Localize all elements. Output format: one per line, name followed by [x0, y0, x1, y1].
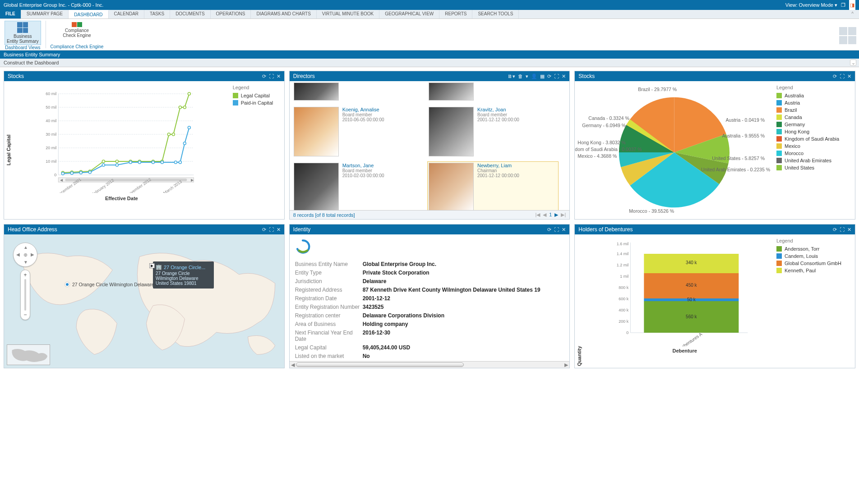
zoom-in-icon[interactable]: + [23, 272, 27, 278]
identity-row: Entity TypePrivate Stock Corporation [295, 270, 564, 276]
view-mode-dropdown[interactable]: View: Overview Mode ▾ [785, 0, 837, 10]
close-icon[interactable]: ✕ [562, 73, 566, 79]
director-card[interactable] [292, 81, 424, 102]
pager-prev-icon[interactable]: ◀ [543, 212, 546, 218]
delete-icon[interactable]: 🗑 [518, 73, 523, 79]
director-card[interactable]: Koenig, Annalise Board member 2010-06-05… [292, 105, 424, 158]
director-card[interactable]: Kravitz, Joan Board member 2001-12-12 00… [427, 105, 559, 158]
list-icon[interactable]: ▦ [540, 73, 545, 79]
pager-first-icon[interactable]: |◀ [535, 212, 540, 218]
svg-point-36 [129, 161, 132, 164]
detach-icon[interactable]: ⛶ [554, 227, 559, 233]
minimap[interactable] [7, 344, 50, 365]
close-icon[interactable]: ✕ [847, 227, 851, 233]
legend-item-label: Canada [785, 115, 802, 120]
director-card[interactable]: Newberry, Liam Chairman 2001-12-12 00:00… [427, 161, 559, 210]
map-popup[interactable]: ▶ 🏢27 Orange Circle... 27 Orange Circle … [153, 261, 214, 289]
horizontal-scrollbar[interactable]: ◀ ▶ [290, 361, 570, 368]
popup-expand-icon[interactable]: ▶ [149, 263, 155, 268]
legend-title: Legend [233, 85, 282, 90]
add-icon[interactable]: 🗎▾ [508, 73, 515, 79]
refresh-icon[interactable]: ⟳ [547, 227, 551, 233]
pager-last-icon[interactable]: ▶| [561, 212, 566, 218]
pan-up-icon[interactable]: ▲ [23, 245, 28, 250]
close-icon[interactable]: ✕ [277, 73, 281, 79]
compliance-check-engine-button[interactable]: Compliance Check Engine [60, 21, 93, 39]
pan-home-icon[interactable]: ⊕ [23, 252, 28, 258]
pager-next-icon[interactable]: ▶ [554, 212, 558, 218]
svg-point-29 [188, 92, 190, 95]
svg-point-33 [88, 171, 91, 174]
close-icon[interactable]: ✕ [562, 227, 566, 233]
svg-text:50 mil: 50 mil [46, 105, 56, 110]
tab-calendar[interactable]: CALENDAR [109, 10, 144, 18]
tab-tasks[interactable]: TASKS [144, 10, 170, 18]
world-map[interactable]: ▲ ▼ ◀ ▶ ⊕ + − 27 Orange Circle Wilmingto… [4, 234, 284, 368]
x-axis-label: Effective Date [15, 194, 228, 203]
pan-down-icon[interactable]: ▼ [23, 260, 28, 265]
tab-dashboard[interactable]: DASHBOARD [69, 10, 108, 18]
director-name: Newberry, Liam [477, 163, 519, 168]
svg-text:1 mil: 1 mil [620, 274, 629, 279]
tab-geographical-view[interactable]: GEOGRAPHICAL VIEW [379, 10, 439, 18]
tab-summary-page[interactable]: SUMMARY PAGE [21, 10, 69, 18]
map-zoom-control[interactable]: + − [20, 270, 30, 320]
director-name: Koenig, Annalise [342, 107, 384, 112]
chevron-down-icon[interactable]: ⌄ [850, 60, 856, 66]
tab-reports[interactable]: REPORTS [439, 10, 472, 18]
detach-icon[interactable]: ⛶ [554, 73, 559, 79]
waffle-icon[interactable] [839, 27, 856, 44]
detach-icon[interactable]: ⛶ [269, 227, 274, 233]
detach-icon[interactable]: ⛶ [840, 73, 845, 79]
zoom-out-icon[interactable]: − [23, 312, 27, 318]
tab-search-tools[interactable]: SEARCH TOOLS [472, 10, 519, 18]
tab-diagrams-and-charts[interactable]: DIAGRAMS AND CHARTS [251, 10, 316, 18]
close-icon[interactable]: ✕ [277, 227, 281, 233]
refresh-icon[interactable]: ⟳ [833, 73, 837, 79]
svg-text:200 k: 200 k [619, 319, 629, 324]
svg-text:50 k: 50 k [687, 297, 696, 302]
director-card[interactable]: Martson, Jane Board member 2010-02-03 00… [292, 161, 424, 210]
window-maximize-icon[interactable]: ◨ [849, 0, 855, 10]
scrollbar-thumb[interactable] [296, 362, 464, 367]
refresh-icon[interactable]: ⟳ [262, 73, 266, 79]
panel-title: Identity [293, 226, 311, 233]
ribbon-btn-label: Business Entity Summary [7, 34, 39, 44]
business-entity-summary-button[interactable]: Business Entity Summary [5, 21, 41, 45]
detach-icon[interactable]: ⛶ [269, 73, 274, 79]
zoom-slider[interactable] [24, 279, 26, 311]
pan-right-icon[interactable]: ▶ [31, 252, 34, 257]
panel-title: Holders of Debentures [578, 226, 633, 233]
identity-fields: Business Entity NameGlobal Enterprise Gr… [290, 234, 570, 361]
x-axis-label: Debenture [597, 347, 772, 356]
tab-virtual-minute-book[interactable]: VIRTUAL MINUTE BOOK [317, 10, 379, 18]
director-date: 2001-12-12 00:00:00 [477, 117, 519, 122]
refresh-icon[interactable]: ⟳ [262, 227, 266, 233]
legend-item-label: Global Consortium GmbH [785, 261, 841, 266]
pan-left-icon[interactable]: ◀ [16, 252, 20, 257]
refresh-icon[interactable]: ⟳ [833, 227, 837, 233]
svg-text:◀: ◀ [60, 178, 63, 182]
sort-icon[interactable]: ▾ [526, 73, 528, 79]
detach-icon[interactable]: ⛶ [840, 227, 845, 233]
window-restore-icon[interactable]: ❐ [841, 0, 845, 10]
legend-item-label: Hong Kong [785, 129, 809, 134]
map-pan-control[interactable]: ▲ ▼ ◀ ▶ ⊕ [13, 243, 37, 267]
directors-list[interactable]: Koenig, Annalise Board member 2010-06-05… [290, 81, 570, 210]
ribbon-collapse-icon[interactable]: ^ [846, 10, 859, 18]
tab-file[interactable]: FILE [0, 10, 21, 18]
tab-documents[interactable]: DOCUMENTS [170, 10, 210, 18]
svg-point-35 [115, 164, 118, 166]
check-icon [72, 22, 82, 27]
director-card[interactable] [427, 81, 559, 102]
identity-row: Registration centerDelaware Corporations… [295, 312, 564, 319]
tab-operations[interactable]: OPERATIONS [211, 10, 251, 18]
svg-text:0: 0 [54, 173, 56, 177]
person-icon[interactable]: 👤 [531, 73, 537, 79]
legend-item-label: Morocco [785, 151, 804, 156]
close-icon[interactable]: ✕ [847, 73, 851, 79]
svg-text:450 k: 450 k [686, 283, 697, 288]
refresh-icon[interactable]: ⟳ [547, 73, 551, 79]
pie-label: Canada - 0.3324 % [588, 115, 629, 121]
construct-bar: Construct the Dashboard ⌄ [0, 59, 859, 67]
